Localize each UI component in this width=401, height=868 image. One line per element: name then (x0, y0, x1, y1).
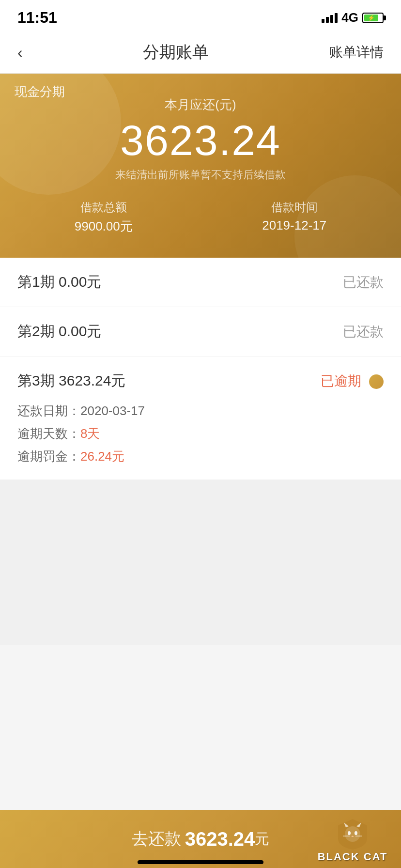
svg-point-4 (355, 831, 357, 835)
signal-icon (322, 13, 338, 23)
svg-point-3 (348, 831, 351, 835)
status-time: 11:51 (17, 9, 57, 27)
banner-subtitle: 本月应还(元) (165, 96, 236, 113)
banner-amount: 3623.24 (120, 117, 281, 164)
period-1-label: 第1期 0.00元 (17, 272, 101, 292)
installment-item-2: 第2期 0.00元 已还款 (0, 307, 401, 356)
home-indicator (138, 860, 263, 864)
period-3-label: 第3期 3623.24元 (17, 371, 125, 391)
banner-tag: 现金分期 (15, 83, 65, 100)
back-button[interactable]: ‹ (17, 44, 23, 62)
pay-button-amount: 3623.24 (185, 828, 255, 850)
overdue-days-row: 逾期天数：8天 (17, 425, 384, 442)
loan-total-label: 借款总额 (80, 200, 127, 215)
gray-area (0, 480, 401, 645)
period-2-label: 第2期 0.00元 (17, 322, 101, 341)
overdue-details: 还款日期：2020-03-17 逾期天数：8天 逾期罚金：26.24元 (17, 403, 384, 465)
overdue-fine-row: 逾期罚金：26.24元 (17, 448, 384, 465)
svg-point-0 (345, 826, 360, 842)
loan-total-item: 借款总额 9900.00元 (75, 200, 133, 235)
loan-total-value: 9900.00元 (75, 218, 133, 235)
installment-item-1: 第1期 0.00元 已还款 (0, 258, 401, 307)
battery-icon: ⚡ (362, 13, 384, 23)
loan-date-label: 借款时间 (271, 200, 318, 215)
period-3-status: 已逾期 (321, 372, 384, 390)
repay-date-row: 还款日期：2020-03-17 (17, 403, 384, 419)
loan-date-item: 借款时间 2019-12-17 (262, 200, 326, 235)
pay-button-unit: 元 (255, 829, 269, 849)
overdue-icon (369, 374, 384, 389)
blackcat-text-label: BLACK CAT (318, 851, 388, 863)
installment-item-3: 第3期 3623.24元 已逾期 还款日期：2020-03-17 逾期天数：8天… (0, 356, 401, 480)
blackcat-watermark: BLACK CAT (304, 800, 401, 868)
page-title: 分期账单 (143, 41, 209, 63)
period-2-status: 已还款 (343, 323, 384, 341)
nav-bar: ‹ 分期账单 账单详情 (0, 31, 401, 74)
hero-banner: 现金分期 本月应还(元) 3623.24 来结清出前所账单暂不支持后续借款 借款… (0, 74, 401, 258)
battery-bolt-icon: ⚡ (368, 15, 375, 21)
banner-info-row: 借款总额 9900.00元 借款时间 2019-12-17 (10, 192, 391, 235)
installment-list: 第1期 0.00元 已还款 第2期 0.00元 已还款 第3期 3623.24元… (0, 258, 401, 480)
detail-link[interactable]: 账单详情 (329, 43, 384, 62)
period-1-status: 已还款 (343, 273, 384, 292)
blackcat-logo-icon (333, 817, 372, 851)
pay-button-label: 去还款 (132, 828, 181, 850)
loan-date-value: 2019-12-17 (262, 218, 326, 233)
status-icons: 4G ⚡ (322, 10, 384, 25)
network-label: 4G (341, 10, 358, 25)
status-bar: 11:51 4G ⚡ (0, 0, 401, 31)
banner-notice: 来结清出前所账单暂不支持后续借款 (115, 168, 286, 182)
